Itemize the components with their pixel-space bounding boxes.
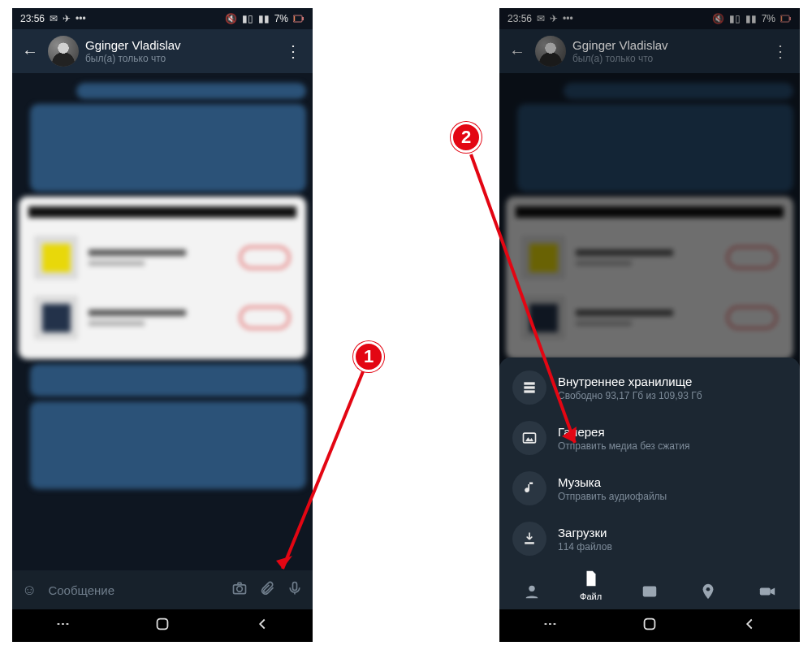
recent-apps-button[interactable] xyxy=(541,615,559,636)
svg-rect-12 xyxy=(781,16,782,21)
svg-point-4 xyxy=(237,586,243,592)
svg-rect-27 xyxy=(645,619,655,630)
tab-location[interactable] xyxy=(684,582,732,601)
emoji-icon[interactable]: ☺ xyxy=(22,582,37,599)
last-seen: был(а) только что xyxy=(85,53,274,64)
battery-pct: 7% xyxy=(762,13,775,24)
svg-line-28 xyxy=(283,366,365,569)
status-time: 23:56 xyxy=(508,13,532,24)
chat-header: ← Gginger Vladislav был(а) только что ⋮ xyxy=(499,29,800,73)
annotation-callout-1: 1 xyxy=(353,341,384,372)
android-navbar xyxy=(499,609,800,642)
sheet-tabbar: Файл xyxy=(499,564,800,609)
home-button[interactable] xyxy=(153,615,171,636)
android-statusbar: 23:56 ✉ ✈ ••• 🔇 ▮▯ ▮▮ 7% xyxy=(12,8,313,29)
svg-rect-1 xyxy=(302,17,304,20)
tab-file[interactable]: Файл xyxy=(567,569,615,601)
svg-rect-11 xyxy=(789,17,791,20)
sheet-item-music[interactable]: Музыка Отправить аудиофайлы xyxy=(499,463,800,514)
mute-icon: 🔇 xyxy=(712,13,724,24)
music-icon xyxy=(512,471,546,505)
status-time: 23:56 xyxy=(20,13,45,24)
tab-contact[interactable] xyxy=(508,582,556,601)
android-statusbar: 23:56 ✉ ✈ ••• 🔇 ▮▯ ▮▮ 7% xyxy=(499,8,800,29)
signal2-icon: ▮▮ xyxy=(745,13,757,24)
message-bubble xyxy=(76,83,306,99)
svg-rect-9 xyxy=(158,619,168,630)
telegram-icon: ✈ xyxy=(63,13,71,24)
tab-gallery[interactable] xyxy=(625,582,674,601)
svg-rect-2 xyxy=(294,16,295,21)
battery-icon xyxy=(780,15,792,23)
signal-icon: ▮▯ xyxy=(729,13,741,24)
last-seen: был(а) только что xyxy=(572,53,761,64)
mail-icon: ✉ xyxy=(50,13,58,24)
svg-rect-20 xyxy=(643,587,657,597)
more-menu-button[interactable]: ⋮ xyxy=(767,41,793,61)
more-menu-button[interactable]: ⋮ xyxy=(280,41,306,61)
sheet-item-title: Загрузки xyxy=(558,526,612,540)
mail-icon: ✉ xyxy=(537,13,545,24)
sheet-item-subtitle: 114 файлов xyxy=(558,541,612,552)
message-bubble xyxy=(30,104,306,192)
tab-file-label: Файл xyxy=(580,592,602,601)
battery-icon xyxy=(293,15,304,23)
message-bubble xyxy=(30,364,306,396)
back-nav-button[interactable] xyxy=(253,615,271,636)
message-input[interactable]: Сообщение xyxy=(48,583,220,597)
downloads-icon xyxy=(512,522,546,556)
signal-icon: ▮▯ xyxy=(242,13,253,24)
tab-camera[interactable] xyxy=(743,582,792,601)
android-navbar xyxy=(12,609,313,642)
svg-rect-18 xyxy=(525,542,534,544)
svg-point-19 xyxy=(529,586,535,592)
more-notif-icon: ••• xyxy=(563,13,573,24)
back-button[interactable]: ← xyxy=(506,42,529,61)
home-button[interactable] xyxy=(641,615,659,636)
sheet-item-subtitle: Отправить аудиофайлы xyxy=(558,491,667,502)
sheet-item-title: Музыка xyxy=(558,475,667,489)
annotation-arrow-2 xyxy=(463,150,601,459)
message-card xyxy=(19,197,306,359)
contact-name[interactable]: Gginger Vladislav xyxy=(85,38,274,52)
avatar[interactable] xyxy=(48,36,79,67)
annotation-arrow-1 xyxy=(268,358,382,585)
recent-apps-button[interactable] xyxy=(54,615,71,636)
contact-name[interactable]: Gginger Vladislav xyxy=(572,38,761,52)
telegram-icon: ✈ xyxy=(550,13,558,24)
svg-marker-23 xyxy=(770,587,775,595)
sheet-item-downloads[interactable]: Загрузки 114 файлов xyxy=(499,514,800,564)
battery-pct: 7% xyxy=(274,13,288,24)
more-notif-icon: ••• xyxy=(76,13,86,24)
message-bubble xyxy=(30,401,306,489)
svg-point-21 xyxy=(706,587,710,592)
camera-icon[interactable] xyxy=(231,580,248,600)
back-nav-button[interactable] xyxy=(741,615,758,636)
mute-icon: 🔇 xyxy=(225,13,237,24)
back-button[interactable]: ← xyxy=(19,42,41,61)
svg-rect-22 xyxy=(760,587,771,595)
svg-line-30 xyxy=(471,154,575,443)
avatar[interactable] xyxy=(535,36,566,67)
signal2-icon: ▮▮ xyxy=(258,13,270,24)
chat-header: ← Gginger Vladislav был(а) только что ⋮ xyxy=(12,29,313,73)
annotation-callout-2: 2 xyxy=(451,122,482,153)
